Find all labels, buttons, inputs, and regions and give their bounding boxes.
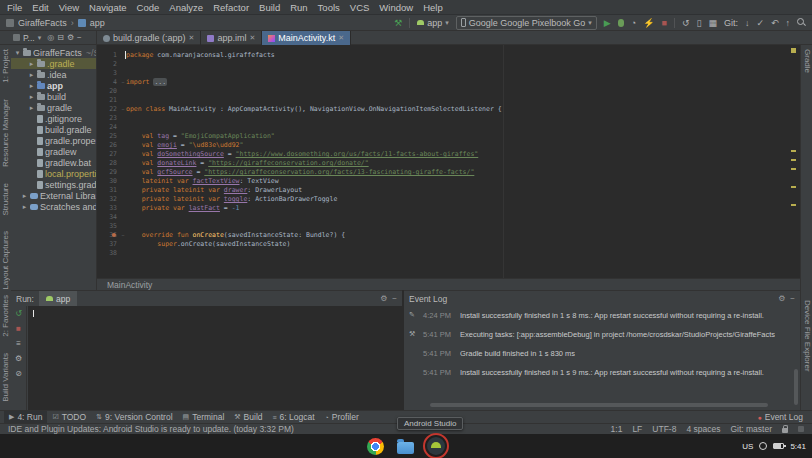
settings-gear-icon[interactable]: ⚙ <box>15 354 22 364</box>
status-widget[interactable]: LF <box>632 424 642 434</box>
git-rollback-button[interactable]: ↶ <box>771 18 779 28</box>
tree-item[interactable]: build.gradle <box>11 124 96 135</box>
tree-item[interactable]: gradle.properties <box>11 135 96 146</box>
fold-marker-icon[interactable] <box>120 114 126 123</box>
device-dropdown[interactable]: Google Google Pixelbook Go ▾ <box>456 16 597 30</box>
tool-stripe-button[interactable]: Device File Explorer <box>803 300 812 372</box>
menu-item[interactable]: VCS <box>345 0 375 15</box>
status-widget[interactable]: 1:1 <box>611 424 623 434</box>
toolwindow-button[interactable]: ◔ Profiler <box>320 411 364 424</box>
chevron-icon[interactable]: ▸ <box>21 203 28 211</box>
close-icon[interactable]: ✕ <box>189 34 195 42</box>
toolwindow-button[interactable]: ▶ 4: Run <box>4 411 47 424</box>
tree-item[interactable]: ▾ GiraffeFacts ~/Stu <box>11 47 96 58</box>
editor-tab[interactable]: app.iml ✕ <box>201 31 262 45</box>
stop-button[interactable]: ■ <box>16 324 21 334</box>
tool-stripe-button[interactable]: 1: Project <box>1 49 10 83</box>
tree-item[interactable]: ▸ .idea <box>11 69 96 80</box>
menu-item[interactable]: Run <box>285 0 312 15</box>
chevron-icon[interactable]: ▸ <box>28 104 35 112</box>
gradle-sync-button[interactable]: ↺ <box>682 18 690 28</box>
warning-mark[interactable] <box>791 168 796 170</box>
tree-item[interactable]: ▸ External Libraries <box>11 190 96 201</box>
tool-stripe-button[interactable]: 2: Favorites <box>1 295 10 337</box>
menu-item[interactable]: Analyze <box>164 0 208 15</box>
editor-tab[interactable]: build.gradle (:app) ✕ <box>97 31 201 45</box>
warning-mark[interactable] <box>791 186 796 188</box>
toolwindow-button[interactable]: ≡ 6: Logcat <box>268 411 320 424</box>
git-update-button[interactable]: ↓ <box>745 18 750 28</box>
menu-item[interactable]: Refactor <box>208 0 254 15</box>
status-widget[interactable]: 4 spaces <box>686 424 720 434</box>
clear-console-icon[interactable]: ⊘ <box>15 369 22 379</box>
menu-item[interactable]: Tools <box>313 0 345 15</box>
android-studio-icon[interactable] <box>427 437 445 455</box>
chevron-icon[interactable]: ▸ <box>28 71 35 79</box>
toolwindow-button[interactable]: ⇅ 9: Version Control <box>91 411 177 424</box>
file-manager-icon[interactable] <box>397 442 414 454</box>
tray-indicator-icon[interactable] <box>759 442 767 450</box>
run-console[interactable] <box>28 306 402 410</box>
status-message[interactable]: IDE and Plugin Updates: Android Studio i… <box>8 424 294 434</box>
device-manager-button[interactable]: ▯ <box>696 18 701 28</box>
tool-stripe-button[interactable]: Structure <box>1 183 10 215</box>
tree-item[interactable]: ▸ gradle <box>11 102 96 113</box>
run-config-dropdown[interactable]: app ▾ <box>417 18 449 28</box>
editor-tab[interactable]: MainActivity.kt ✕ <box>262 31 351 45</box>
tool-stripe-button[interactable]: Layout Captures <box>1 231 10 290</box>
close-icon[interactable]: ✕ <box>338 34 344 42</box>
project-panel-title[interactable]: P... <box>23 33 35 43</box>
clock[interactable]: 5:41 <box>790 442 806 451</box>
settings-gear-icon[interactable]: ⚙ <box>778 294 785 303</box>
menu-item[interactable]: Build <box>254 0 285 15</box>
git-commit-button[interactable]: ✓ <box>756 18 764 28</box>
vertical-scrollbar[interactable] <box>794 369 798 405</box>
stop-button[interactable]: ■ <box>661 18 666 28</box>
run-button[interactable]: ▶ <box>604 18 611 28</box>
menu-item[interactable]: Edit <box>27 0 53 15</box>
fold-marker-icon[interactable] <box>120 213 126 222</box>
fold-marker-icon[interactable] <box>120 60 126 69</box>
inspection-indicator[interactable] <box>791 48 796 53</box>
toolwindow-button[interactable]: ☑ TODO <box>47 411 91 424</box>
search-icon[interactable] <box>797 18 806 27</box>
settings-gear-icon[interactable]: ⚙ <box>380 294 387 303</box>
hide-panel-icon[interactable]: − <box>392 294 397 303</box>
code-editor[interactable]: 1 package com.naranjaconsal.giraffefacts… <box>97 45 800 278</box>
toolwindow-button[interactable]: ⚒ Build <box>229 411 267 424</box>
tool-stripe-button[interactable]: Build Variants <box>1 353 10 402</box>
menu-item[interactable]: View <box>54 0 84 15</box>
fold-marker-icon[interactable] <box>120 87 126 96</box>
tree-item[interactable]: settings.gradle <box>11 179 96 190</box>
menu-item[interactable]: Help <box>418 0 448 15</box>
fold-marker-icon[interactable] <box>120 123 126 132</box>
menu-item[interactable]: File <box>2 0 27 15</box>
chevron-icon[interactable]: ▸ <box>28 82 35 90</box>
tree-item[interactable]: .gitignore <box>11 113 96 124</box>
tree-item[interactable]: ▸ build <box>11 91 96 102</box>
tool-stripe-button[interactable]: Resource Manager <box>1 99 10 167</box>
chrome-icon[interactable] <box>367 438 384 455</box>
keyboard-layout[interactable]: US <box>742 442 753 451</box>
close-icon[interactable]: ✕ <box>249 34 255 42</box>
toolwindow-button[interactable]: ● Event Log <box>752 411 808 424</box>
status-widget[interactable]: UTF-8 <box>652 424 676 434</box>
tree-item[interactable]: ▸ Scratches and Co <box>11 201 96 212</box>
apply-changes-button[interactable]: ⚡ <box>643 18 654 28</box>
lock-icon[interactable] <box>782 428 788 433</box>
toolwindow-button[interactable]: ▤ Terminal <box>178 411 230 424</box>
event-log-entries[interactable]: ✎ 4:24 PM Install successfully finished … <box>409 311 790 400</box>
menu-item[interactable]: Window <box>374 0 418 15</box>
fold-marker-icon[interactable] <box>120 249 126 258</box>
status-widget[interactable]: Git: master <box>730 424 772 434</box>
build-hammer-icon[interactable]: ⚒ <box>394 18 402 28</box>
chevron-icon[interactable]: ▸ <box>28 60 35 68</box>
fold-marker-icon[interactable] <box>120 222 126 231</box>
warning-mark[interactable] <box>791 150 796 152</box>
tree-item[interactable]: gradlew.bat <box>11 157 96 168</box>
locate-file-icon[interactable]: ◎ <box>47 33 54 43</box>
rerun-button[interactable]: ↺ <box>15 309 22 319</box>
editor-breadcrumb[interactable]: MainActivity <box>97 278 800 290</box>
chevron-icon[interactable]: ▸ <box>21 192 28 200</box>
chevron-icon[interactable]: ▾ <box>14 49 21 57</box>
